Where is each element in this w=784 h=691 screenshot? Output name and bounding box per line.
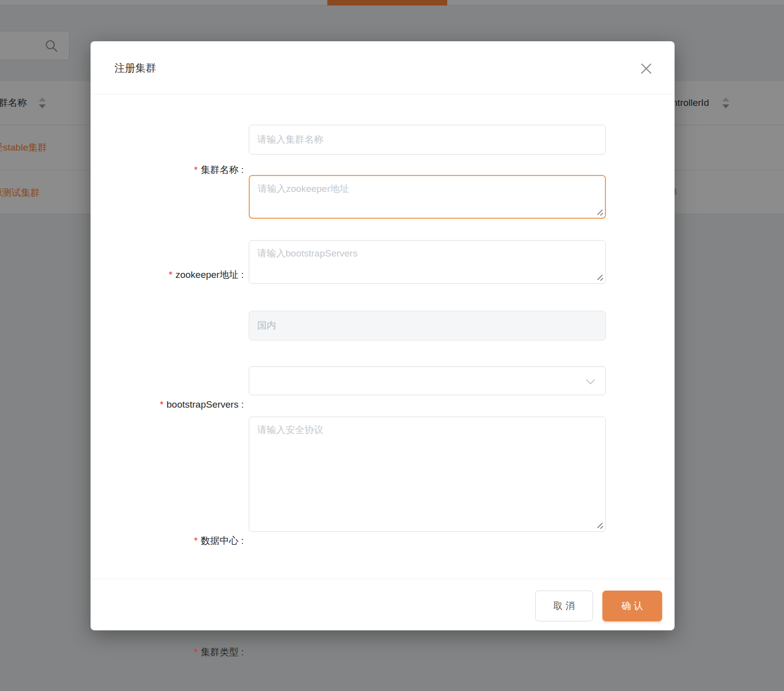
cluster-name-input[interactable] xyxy=(249,125,606,155)
field-zookeeper-address: *zookeeper地址 : xyxy=(91,175,675,219)
register-cluster-modal: 注册集群 *集群名称 : *zookeeper地址 : xyxy=(91,41,675,630)
screen: 集群名称 ControllerId 经stable集群 源测试集群 3 xyxy=(0,0,784,691)
required-marker: * xyxy=(194,165,197,175)
required-marker: * xyxy=(194,647,197,657)
modal-title: 注册集群 xyxy=(114,62,156,75)
field-label: *集群类型 : xyxy=(194,646,244,659)
data-center-input xyxy=(249,311,606,341)
zookeeper-address-textarea[interactable] xyxy=(249,175,606,219)
security-protocol-textarea[interactable] xyxy=(249,417,606,532)
modal-body: *集群名称 : *zookeeper地址 : *bootstrapServers… xyxy=(91,94,675,579)
field-bootstrap-servers: *bootstrapServers : xyxy=(91,240,675,284)
modal-footer: 取 消 确 认 xyxy=(91,579,675,630)
close-icon[interactable] xyxy=(639,61,654,76)
required-marker: * xyxy=(194,535,197,546)
field-label: *bootstrapServers : xyxy=(160,398,244,411)
bootstrap-servers-textarea[interactable] xyxy=(249,240,606,284)
required-marker: * xyxy=(160,399,163,410)
field-label: *数据中心 : xyxy=(194,534,244,547)
modal-header: 注册集群 xyxy=(91,41,675,94)
chevron-down-icon xyxy=(585,376,596,388)
field-security-protocol: 安全协议 : xyxy=(91,417,675,532)
cluster-type-select[interactable] xyxy=(249,366,606,395)
confirm-button[interactable]: 确 认 xyxy=(602,591,662,621)
cancel-button[interactable]: 取 消 xyxy=(535,591,593,621)
